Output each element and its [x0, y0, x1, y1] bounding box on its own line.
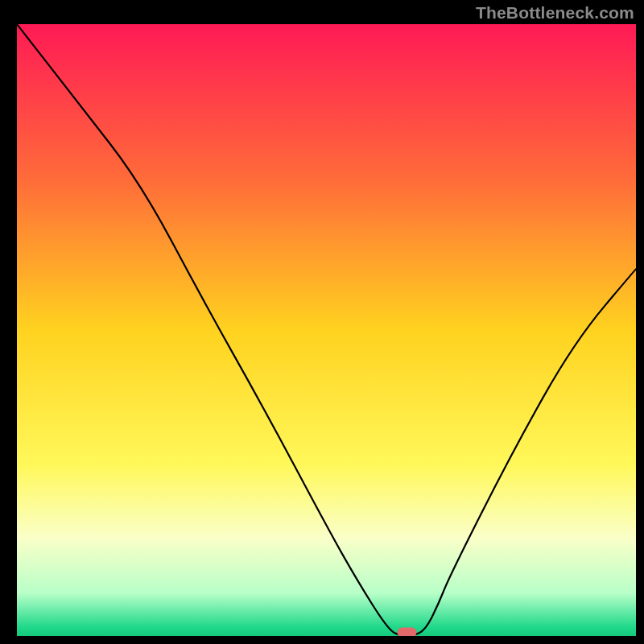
watermark-text: TheBottleneck.com — [476, 3, 634, 23]
chart-container: TheBottleneck.com — [0, 0, 644, 644]
optimal-marker — [398, 627, 417, 636]
gradient-background — [17, 24, 636, 636]
chart-svg — [17, 24, 636, 636]
plot-area — [17, 24, 636, 636]
